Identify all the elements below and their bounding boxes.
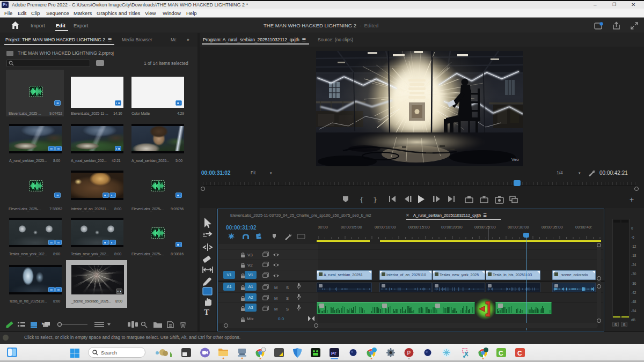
svg-text:C: C [517,350,522,357]
svg-text:+: + [630,195,634,204]
svg-text:M: M [274,296,277,301]
svg-text:P: P [407,350,411,356]
svg-text:00:00:35:00: 00:00:35:00 [541,225,563,230]
svg-text:M: M [274,285,277,290]
svg-text:S: S [286,296,289,301]
svg-text:{: { [360,196,364,204]
svg-text:S: S [286,307,289,312]
svg-text::00:00: :00:00 [318,225,328,230]
svg-text:Veo: Veo [511,157,519,162]
svg-text:00:00:30:00: 00:00:30:00 [508,225,529,230]
svg-text:▶: ▶ [42,322,45,325]
svg-text:00:00:10:00: 00:00:10:00 [375,225,396,230]
svg-text:T: T [204,308,209,316]
svg-text:00:00:15:00: 00:00:15:00 [408,225,430,230]
svg-text:Pr: Pr [331,351,336,356]
svg-text:00:00:40:: 00:00:40: [575,225,592,230]
svg-text:00:00:05:00: 00:00:05:00 [341,225,362,230]
svg-text:00:00:25:00: 00:00:25:00 [474,225,496,230]
svg-text:}: } [373,196,377,204]
svg-text:C: C [499,350,503,357]
svg-text:S: S [286,285,289,290]
svg-text:00:00:20:00: 00:00:20:00 [441,225,463,230]
svg-text:M: M [274,307,277,312]
